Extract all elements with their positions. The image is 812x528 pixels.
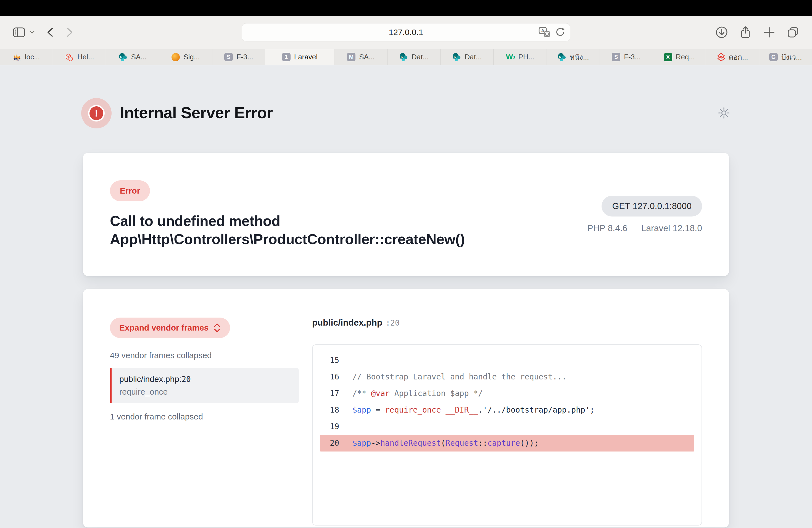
- browser-toolbar: 127.0.0.1 A: [0, 16, 812, 49]
- sharepoint-icon: S: [452, 53, 461, 62]
- request-meta: GET 127.0.0.1:8000 PHP 8.4.6 — Laravel 1…: [587, 196, 702, 233]
- tab-6-active[interactable]: 1Laravel: [265, 49, 334, 65]
- code-snippet: 1516// Bootstrap Laravel and handle the …: [312, 344, 702, 526]
- new-tab-button[interactable]: [763, 26, 775, 39]
- share-button[interactable]: [739, 26, 752, 39]
- url-text: 127.0.0.1: [389, 28, 423, 37]
- tab-5[interactable]: SF-3...: [212, 49, 265, 65]
- tab-label: SA...: [359, 53, 375, 61]
- error-message: Call to undefined method App\Http\Contro…: [110, 212, 465, 248]
- forward-button[interactable]: [66, 27, 74, 38]
- letter-favicon: 1: [282, 53, 291, 61]
- error-header-icon: !: [81, 98, 112, 128]
- tab-3[interactable]: SSA...: [106, 49, 159, 65]
- code-line-16: 16// Bootstrap Laravel and handle the re…: [320, 369, 694, 385]
- code-line-17: 17/** @var Application $app */: [320, 385, 694, 402]
- tab-8[interactable]: SDat...: [387, 49, 440, 65]
- screen: 127.0.0.1 A: [0, 0, 812, 528]
- frame-file: public/index.php:20: [119, 375, 291, 384]
- letter-favicon: S: [224, 53, 233, 61]
- code-line-18: 18$app = require_once __DIR__.'/../boots…: [320, 402, 694, 419]
- tab-14[interactable]: ดอก...: [706, 49, 759, 65]
- tab-label: F-3...: [624, 53, 641, 61]
- error-message-line2: App\Http\Controllers\ProductController::…: [110, 230, 465, 248]
- sidebar-icon: [13, 27, 25, 38]
- red-chevrons-icon: [717, 53, 725, 62]
- tab-2[interactable]: Hel...: [53, 49, 106, 65]
- exclamation-icon: !: [88, 105, 105, 121]
- tab-label: ดอก...: [729, 52, 748, 63]
- code-line-19: 19: [320, 419, 694, 435]
- error-type-badge: Error: [110, 180, 150, 201]
- tab-label: Req...: [676, 53, 695, 61]
- code-text: $app = require_once __DIR__.'/../bootstr…: [352, 402, 595, 419]
- sun-icon: [717, 106, 731, 120]
- svg-text:S: S: [559, 55, 561, 58]
- tab-10[interactable]: W3PH...: [493, 49, 546, 65]
- letter-favicon: G: [769, 53, 778, 61]
- w3schools-icon: W3: [506, 53, 515, 61]
- expand-vendor-frames-label: Expand vendor frames: [119, 323, 208, 333]
- code-line-20-highlighted: 20$app->handleRequest(Request::capture()…: [320, 435, 694, 452]
- tab-label: Sig...: [184, 53, 200, 61]
- letter-favicon: S: [612, 53, 620, 61]
- line-number: 17: [320, 385, 339, 402]
- tab-1[interactable]: PMAloc...: [0, 49, 53, 65]
- code-file-header: public/index.php:20: [312, 318, 702, 328]
- tab-label: loc...: [25, 53, 40, 61]
- code-column: public/index.php:20 1516// Bootstrap Lar…: [312, 318, 702, 526]
- svg-text:S: S: [120, 55, 122, 58]
- toolbar-right-group: [715, 26, 799, 39]
- tab-bar: PMAloc...Hel...SSA...Sig...SF-3...1Larav…: [0, 49, 812, 65]
- code-text: $app->handleRequest(Request::capture());: [352, 435, 539, 452]
- tab-label: SA...: [131, 53, 146, 61]
- theme-toggle-button[interactable]: [717, 106, 731, 120]
- url-bar[interactable]: 127.0.0.1 A: [242, 23, 570, 41]
- svg-text:S: S: [454, 55, 456, 58]
- tab-11[interactable]: Sหนัง...: [547, 49, 599, 65]
- line-number: 20: [320, 435, 339, 452]
- collapsed-frames-top-label: 49 vendor frames collapsed: [110, 351, 299, 360]
- chevron-down-icon: [29, 30, 35, 34]
- url-bar-icons: A: [539, 26, 566, 39]
- tab-12[interactable]: SF-3...: [599, 49, 653, 65]
- downloads-button[interactable]: [715, 26, 728, 39]
- tab-13[interactable]: XReq...: [653, 49, 706, 65]
- collapsed-frames-bottom-label: 1 vendor frame collapsed: [110, 412, 299, 421]
- back-icon: [46, 27, 54, 38]
- frames-column: Expand vendor frames 49 vendor frames co…: [110, 318, 299, 421]
- tab-label: PH...: [518, 53, 534, 61]
- tab-7[interactable]: MSA...: [334, 49, 387, 65]
- translate-icon[interactable]: A: [539, 26, 551, 39]
- expand-vendor-frames-button[interactable]: Expand vendor frames: [110, 318, 230, 338]
- code-line-ref: :20: [386, 318, 400, 327]
- phpmyadmin-icon: PMA: [13, 53, 21, 61]
- tab-label: บึงเว...: [781, 52, 802, 63]
- line-number: 16: [320, 369, 339, 385]
- orange-ball-icon: [172, 53, 180, 61]
- tab-15[interactable]: Gบึงเว...: [759, 49, 812, 65]
- reload-icon[interactable]: [555, 27, 566, 38]
- sharepoint-icon: S: [399, 53, 408, 62]
- stack-frame-item[interactable]: public/index.php:20 require_once: [110, 368, 299, 403]
- tabs-overview-icon: [787, 26, 799, 39]
- letter-favicon: M: [347, 53, 356, 61]
- error-summary-card: Error Call to undefined method App\Http\…: [83, 153, 729, 276]
- tab-overview-button[interactable]: [787, 26, 799, 39]
- macos-menu-bar: [0, 0, 812, 16]
- tab-label: หนัง...: [570, 52, 589, 63]
- back-button[interactable]: [46, 27, 54, 38]
- tab-9[interactable]: SDat...: [440, 49, 493, 65]
- line-number: 15: [320, 352, 339, 369]
- svg-text:A: A: [541, 28, 545, 33]
- line-number: 19: [320, 419, 339, 435]
- stack-trace-card: Expand vendor frames 49 vendor frames co…: [83, 289, 729, 527]
- line-number: 18: [320, 402, 339, 419]
- sidebar-toggle-button[interactable]: [13, 27, 25, 38]
- sidebar-menu-chevron-button[interactable]: [29, 30, 35, 34]
- sharepoint-icon: S: [118, 53, 127, 62]
- code-text: /** @var Application $app */: [352, 385, 483, 402]
- tab-label: Dat...: [465, 53, 482, 61]
- tab-4[interactable]: Sig...: [159, 49, 212, 65]
- request-method-badge: GET 127.0.0.1:8000: [601, 196, 702, 217]
